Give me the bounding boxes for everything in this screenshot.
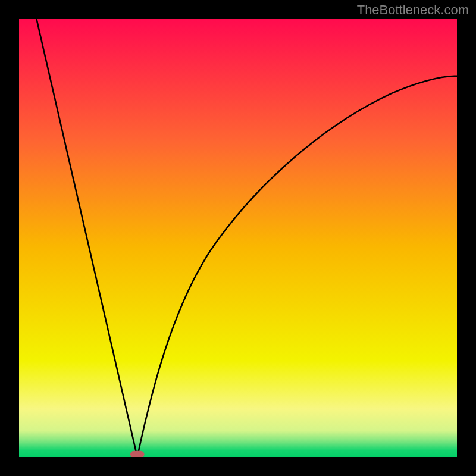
chart-container: TheBottleneck.com (0, 0, 476, 476)
plot-area (19, 19, 457, 457)
watermark-text: TheBottleneck.com (357, 2, 469, 18)
curve-left-segment (36, 19, 137, 457)
bottleneck-marker (130, 451, 145, 457)
curve-right-segment (137, 76, 457, 457)
bottleneck-curve (19, 19, 457, 457)
